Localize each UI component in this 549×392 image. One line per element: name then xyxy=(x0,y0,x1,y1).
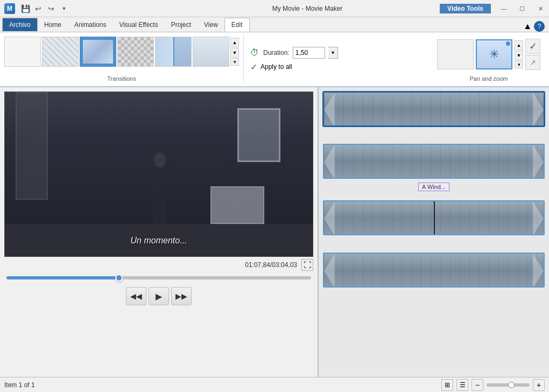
window-controls: — ☐ ✕ xyxy=(495,3,549,15)
pan-zoom-expand[interactable]: ▾ xyxy=(515,61,523,68)
close-button[interactable]: ✕ xyxy=(532,3,549,15)
tab-edit[interactable]: Edit xyxy=(224,18,250,32)
transitions-scroll-up[interactable]: ▲ xyxy=(230,38,239,47)
pan-zoom-thumb-active[interactable]: ✳ xyxy=(476,39,512,69)
duration-row: ⏱ Duration: ▾ xyxy=(250,47,338,59)
film-texture-1 xyxy=(324,93,544,125)
app-icon: M xyxy=(4,3,15,14)
seek-thumb[interactable] xyxy=(115,274,123,282)
ribbon-collapse-button[interactable]: ▲ xyxy=(523,22,532,31)
pan-zoom-indicator xyxy=(506,41,510,46)
subtitle-text: Un momento... xyxy=(131,236,187,246)
apply-to-all-button[interactable]: ✓ Apply to all xyxy=(250,62,338,72)
clip-arrow-right-1 xyxy=(533,93,544,127)
timeline-view-button[interactable]: ☰ xyxy=(456,379,468,391)
transition-thumb-2[interactable] xyxy=(42,37,79,67)
transitions-expand[interactable]: ▾ xyxy=(230,58,239,66)
apply-check-icon: ✓ xyxy=(250,62,257,72)
duration-label: Duration: xyxy=(263,49,290,57)
minimize-button[interactable]: — xyxy=(495,3,512,15)
transitions-section: ▲ ▼ ▾ Transitions xyxy=(0,34,244,84)
save-button[interactable]: 💾 xyxy=(19,3,31,15)
clip-label-text-2: A Wind... xyxy=(418,183,449,191)
zoom-in-button[interactable]: + xyxy=(533,379,545,391)
clip-content-1 xyxy=(324,93,544,125)
pan-zoom-scroll: ▲ ▼ ▾ xyxy=(515,40,523,68)
scene-window xyxy=(237,108,280,162)
clip-arrow-left-4 xyxy=(324,254,335,288)
playback-controls: ◀◀ ▶ ▶▶ xyxy=(4,283,313,310)
help-button[interactable]: ? xyxy=(534,21,545,32)
transition-thumb-6[interactable] xyxy=(193,37,229,67)
rewind-button[interactable]: ◀◀ xyxy=(126,287,146,305)
preview-area: Un momento... 01:07,84/03:04,03 ⛶ ◀◀ ▶ ▶… xyxy=(0,87,318,377)
seek-bar-container xyxy=(4,273,313,283)
status-bar: Item 1 of 1 ⊞ ☰ − + xyxy=(0,377,549,392)
video-preview: Un momento... xyxy=(4,92,313,257)
clip-strip-4[interactable] xyxy=(323,253,545,288)
app-icon-area: M xyxy=(4,3,15,14)
clip-gap-3 xyxy=(323,242,545,246)
status-right-controls: ⊞ ☰ − + xyxy=(441,379,545,391)
duration-area: ⏱ Duration: ▾ ✓ Apply to all xyxy=(244,34,344,84)
tab-home[interactable]: Home xyxy=(38,18,68,32)
transition-thumb-3[interactable] xyxy=(80,37,116,67)
tab-view[interactable]: View xyxy=(198,18,224,32)
zoom-thumb[interactable] xyxy=(508,382,515,388)
fullscreen-button[interactable]: ⛶ xyxy=(301,259,313,271)
play-button[interactable]: ▶ xyxy=(149,287,169,305)
undo-button[interactable]: ↩ xyxy=(32,3,44,15)
duration-input[interactable] xyxy=(293,47,325,59)
transitions-label: Transitions xyxy=(4,73,239,82)
tab-animations[interactable]: Animations xyxy=(68,18,112,32)
pan-zoom-side-controls: ✓ ↗ xyxy=(525,39,540,70)
clip-arrow-right-4 xyxy=(533,254,544,288)
redo-button[interactable]: ↪ xyxy=(45,3,57,15)
forward-button[interactable]: ▶▶ xyxy=(171,287,192,305)
pan-zoom-add-button[interactable]: ✓ xyxy=(525,39,540,54)
clip-strip-1[interactable] xyxy=(323,92,545,127)
pan-zoom-thumb-1[interactable] xyxy=(437,39,474,69)
video-tools-label: Video Tools xyxy=(440,4,491,13)
timeline-scroll[interactable]: A Wind... xyxy=(319,87,549,377)
duration-dropdown[interactable]: ▾ xyxy=(328,47,338,59)
quick-access-toolbar: 💾 ↩ ↪ ▼ xyxy=(19,3,70,15)
zoom-slider[interactable] xyxy=(487,383,530,387)
pan-zoom-section: ✳ ▲ ▼ ▾ ✓ ↗ Pan and zoom xyxy=(428,34,549,84)
status-item-info: Item 1 of 1 xyxy=(4,381,35,389)
title-bar: M 💾 ↩ ↪ ▼ My Movie - Movie Maker Video T… xyxy=(0,0,549,17)
timecode-text: 01:07,84/03:04,03 xyxy=(245,261,297,269)
ribbon-spacer xyxy=(344,34,428,84)
pan-zoom-scroll-up[interactable]: ▲ xyxy=(515,40,523,50)
scene-crib xyxy=(210,186,264,224)
apply-to-all-label: Apply to all xyxy=(261,63,292,71)
film-texture-4 xyxy=(324,254,544,286)
main-content: Un momento... 01:07,84/03:04,03 ⛶ ◀◀ ▶ ▶… xyxy=(0,87,549,377)
tab-project[interactable]: Project xyxy=(165,18,198,32)
maximize-button[interactable]: ☐ xyxy=(513,3,531,15)
zoom-out-button[interactable]: − xyxy=(471,379,483,391)
clip-strip-3[interactable] xyxy=(323,200,545,235)
dropdown-arrow-button[interactable]: ▼ xyxy=(58,3,70,15)
clip-strip-2[interactable] xyxy=(323,144,545,179)
transition-thumb-4[interactable] xyxy=(117,37,154,67)
transitions-area: ▲ ▼ ▾ xyxy=(4,37,239,67)
scene-figure-body xyxy=(153,165,166,224)
transition-thumb-1[interactable] xyxy=(4,37,41,67)
storyboard-view-button[interactable]: ⊞ xyxy=(441,379,453,391)
clip-item-4 xyxy=(323,253,545,288)
pan-zoom-scroll-down[interactable]: ▼ xyxy=(515,51,523,60)
transition-scroll-controls: ▲ ▼ ▾ xyxy=(230,38,239,66)
transition-thumb-5[interactable] xyxy=(155,37,192,67)
tab-archivo[interactable]: Archivo xyxy=(2,18,38,32)
time-display: 01:07,84/03:04,03 ⛶ xyxy=(4,257,313,273)
scene-door xyxy=(16,92,48,200)
tab-visual-effects[interactable]: Visual Effects xyxy=(112,18,164,32)
transitions-scroll-down[interactable]: ▼ xyxy=(230,48,239,58)
seek-bar[interactable] xyxy=(6,276,311,279)
pan-zoom-icon: ✳ xyxy=(489,47,499,61)
pan-zoom-remove-button[interactable]: ↗ xyxy=(525,55,540,70)
ribbon-content: ▲ ▼ ▾ Transitions ⏱ Duration: ▾ ✓ Apply … xyxy=(0,32,549,87)
film-texture-2 xyxy=(324,145,544,178)
clip-gap-1 xyxy=(323,133,545,137)
